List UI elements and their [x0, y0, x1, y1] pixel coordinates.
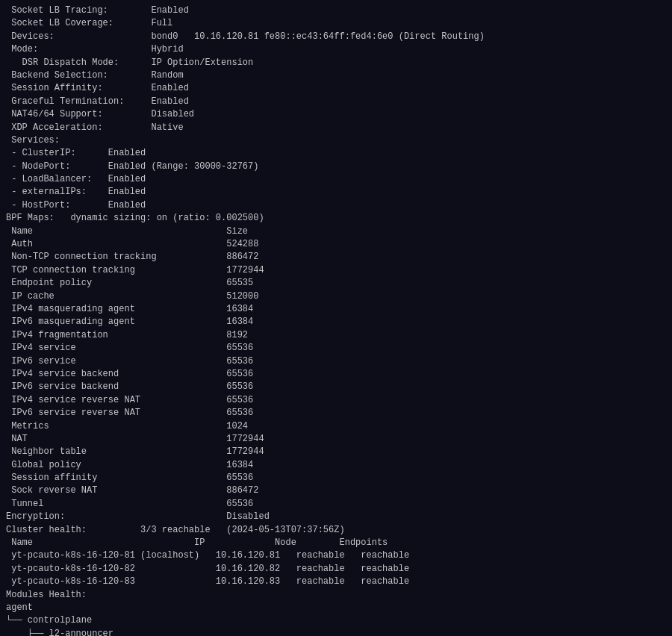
terminal-line: - ClusterIP: Enabled: [6, 147, 666, 160]
terminal-line: ├── l2-announcer: [6, 628, 666, 636]
terminal-line: Tunnel 65536: [6, 498, 666, 511]
terminal-line: IPv4 service 65536: [6, 342, 666, 355]
terminal-line: - LoadBalancer: Enabled: [6, 173, 666, 186]
terminal-line: IPv6 service reverse NAT 65536: [6, 407, 666, 420]
terminal-line: Sock reverse NAT 886472: [6, 484, 666, 497]
terminal-line: Auth 524288: [6, 238, 666, 251]
terminal-line: Devices: bond0 10.16.120.81 fe80::ec43:6…: [6, 31, 666, 43]
terminal-line: IPv6 service 65536: [6, 355, 666, 368]
terminal-line: TCP connection tracking 1772944: [6, 264, 666, 277]
terminal-line: IPv4 fragmentation 8192: [6, 329, 666, 342]
terminal-line: NAT46/64 Support: Disabled: [6, 108, 666, 121]
terminal-line: yt-pcauto-k8s-16-120-83 10.16.120.83 rea…: [6, 576, 666, 588]
terminal-line: Session Affinity: Enabled: [6, 82, 666, 95]
terminal-line: NAT 1772944: [6, 433, 666, 446]
terminal-line: Socket LB Tracing: Enabled: [6, 4, 666, 17]
terminal-line: IP cache 512000: [6, 290, 666, 303]
terminal-line: yt-pcauto-k8s-16-120-81 (localhost) 10.1…: [6, 549, 666, 562]
terminal-line: - HostPort: Enabled: [6, 199, 666, 212]
terminal-line: Socket LB Coverage: Full: [6, 17, 666, 30]
terminal-line: - NodePort: Enabled (Range: 30000-32767): [6, 160, 666, 173]
terminal-line: Mode: Hybrid: [6, 43, 666, 56]
terminal-line: IPv4 masquerading agent 16384: [6, 303, 666, 316]
terminal-line: Neighbor table 1772944: [6, 446, 666, 458]
terminal-line: IPv6 service backend 65536: [6, 381, 666, 393]
terminal-line: └── controlplane: [6, 614, 666, 627]
terminal-line: - externalIPs: Enabled: [6, 186, 666, 199]
terminal-line: Cluster health: 3/3 reachable (2024-05-1…: [6, 524, 666, 537]
terminal-line: IPv4 service backend 65536: [6, 368, 666, 381]
terminal-line: Modules Health:: [6, 589, 666, 602]
terminal-line: IPv4 service reverse NAT 65536: [6, 394, 666, 407]
terminal-line: IPv6 masquerading agent 16384: [6, 316, 666, 328]
terminal-line: Metrics 1024: [6, 420, 666, 433]
terminal-line: Encryption: Disabled: [6, 511, 666, 523]
terminal-line: DSR Dispatch Mode: IP Option/Extension: [6, 57, 666, 69]
terminal-line: Global policy 16384: [6, 459, 666, 472]
terminal-line: Name IP Node Endpoints: [6, 537, 666, 549]
terminal-line: Backend Selection: Random: [6, 69, 666, 82]
terminal-line: Name Size: [6, 225, 666, 238]
terminal-line: BPF Maps: dynamic sizing: on (ratio: 0.0…: [6, 212, 666, 225]
terminal-line: Services:: [6, 134, 666, 147]
terminal-line: Session affinity 65536: [6, 472, 666, 484]
terminal-line: yt-pcauto-k8s-16-120-82 10.16.120.82 rea…: [6, 563, 666, 576]
terminal-window: Socket LB Tracing: Enabled Socket LB Cov…: [0, 0, 672, 636]
terminal-line: Graceful Termination: Enabled: [6, 96, 666, 108]
terminal-line: Endpoint policy 65535: [6, 277, 666, 290]
terminal-line: XDP Acceleration: Native: [6, 122, 666, 134]
terminal-line: agent: [6, 602, 666, 614]
terminal-line: Non-TCP connection tracking 886472: [6, 251, 666, 264]
